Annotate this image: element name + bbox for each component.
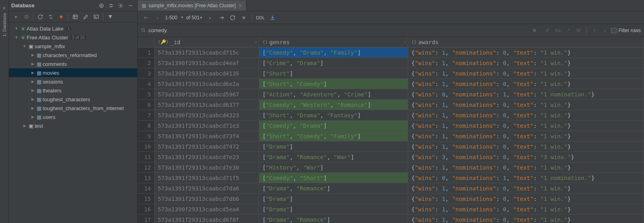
tree-item-characters-reformatted[interactable]: ▶▦characters_reformatted [9,51,137,59]
cell-awards[interactable]: {"wins": 1, "nominations": 0, "text": "1… [408,121,644,131]
duplicate-button[interactable]: ⧉ [21,12,31,22]
cell-id[interactable]: 573a1391f29313caabcd7e30 [155,162,259,173]
table-row[interactable]: 12573a1391f29313caabcd7e30["History", "W… [138,162,644,173]
tree-item-movies[interactable]: ▶▦movies [9,68,137,77]
rollback-icon[interactable]: ■ [239,13,249,23]
tree-item-test[interactable]: ▶▣test [9,121,137,130]
cell-awards[interactable]: {"wins": 1, "nominations": 0, "text": "1… [408,58,644,68]
expand-arrow-icon[interactable]: ▶ [30,97,35,101]
cell-id[interactable]: 573a1390f29313caabcd5ea4 [155,204,259,215]
stop-button[interactable]: ■ [56,12,66,22]
cell-awards[interactable]: {"wins": 1, "nominations": 0, "text": "1… [408,204,644,215]
cell-id[interactable]: 573a1391f29313caabcd73f4 [155,131,259,141]
clear-filter-icon[interactable]: ✕ [530,26,539,35]
cell-genres[interactable]: ["Short", "Comedy"] [259,79,408,89]
expand-arrow-icon[interactable]: ▼ [14,27,19,31]
tree-item-sample-mflix[interactable]: ▼▣sample_mflix [9,42,137,51]
table-row[interactable]: 10573a1391f29313caabcd7472["Drama"]{"win… [138,141,644,152]
cell-genres[interactable]: ["Drama", "Romance"] [259,183,408,194]
column-header-genres[interactable]: {}genres÷ [259,37,408,47]
expand-arrow-icon[interactable]: ▶ [30,115,35,119]
tree-item-toughest-characters[interactable]: ▶▦toughest_characters [9,95,137,104]
table-row[interactable]: 16573a1390f29313caabcd5ea4["Drama"]{"win… [138,204,644,215]
page-range[interactable]: 1-500 [163,15,179,20]
prev-match-icon[interactable]: ↑ [590,26,599,35]
cell-awards[interactable]: {"wins": 1, "nominations": 0, "text": "1… [408,215,644,223]
cell-awards[interactable]: {"wins": 1, "nominations": 0, "text": "1… [408,79,644,89]
cell-awards[interactable]: {"wins": 1, "nominations": 0, "text": "1… [408,141,644,152]
tab-movies[interactable]: ▦ sample_mflix.movies [Free Atlas Cluste… [138,0,246,11]
cell-genres[interactable]: ["Short", "Comedy", "Family"] [259,131,408,141]
target-icon[interactable] [97,1,106,10]
table-row[interactable]: 15573a1391f29313caabcd7db6["Drama"]{"win… [138,194,644,204]
filter-input[interactable] [149,27,528,33]
prev-page-icon[interactable]: ‹ [152,13,163,23]
match-case-toggle[interactable]: Aa [553,26,562,35]
table-row[interactable]: 6573a1390f29313caabcd6377["Comedy", "Wes… [138,100,644,110]
cell-id[interactable]: 573a1391f29313caabcd71e3 [155,121,259,131]
cell-id[interactable]: 573a1390f29313caabcd6377 [155,100,259,110]
cell-id[interactable]: 573a1391f29313caabcd6f8f [155,215,259,223]
expand-arrow-icon[interactable]: ▶ [30,88,35,92]
cell-id[interactable]: 573a1391f29313caabcd715c [155,47,259,58]
sync-schema-icon[interactable] [45,12,56,22]
cell-genres[interactable]: ["Short", "Drama", "Fantasy"] [259,110,408,121]
regex-toggle[interactable]: .* [564,26,573,35]
column-header-awards[interactable]: {}awards [408,37,644,47]
expand-arrow-icon[interactable]: ▼ [22,44,27,48]
cell-id[interactable]: 573a1391f29313caabcd7e23 [155,152,259,162]
table-row[interactable]: 5573a1390f29313caabcd5967["Action", "Adv… [138,89,644,100]
expand-arrow-icon[interactable]: ▶ [30,71,35,75]
edit-icon[interactable] [80,12,91,22]
cell-awards[interactable]: {"wins": 1, "nominations": 0, "text": "1… [408,131,644,141]
table-row[interactable]: 13573a1391f29313caabcd71f5["Comedy", "Sh… [138,173,644,183]
history-icon[interactable]: ↺ [543,26,552,35]
expand-arrow-icon[interactable]: ▶ [30,62,35,66]
cell-id[interactable]: 573a1390f29313caabcd5967 [155,89,259,100]
table-row[interactable]: 3573a1390f29313caabcd4135["Short"]{"wins… [138,68,644,79]
cell-genres[interactable]: ["Short"] [259,68,408,79]
cell-id[interactable]: 573a1391f29313caabcd7db6 [155,194,259,204]
tool-window-stripe[interactable]: ≡ 1: Database [0,0,9,223]
cell-genres[interactable]: ["Drama", "Romance"] [259,215,408,223]
cell-genres[interactable]: ["Comedy", "Drama", "Family"] [259,47,408,58]
chevron-down-icon[interactable]: ▼ [181,16,184,19]
table-row[interactable]: 2573a1390f29313caabcd4eaf["Crime", "Dram… [138,58,644,68]
tree-item-sessions[interactable]: ▶▦sessions [9,77,137,86]
cell-awards[interactable]: {"wins": 1, "nominations": 0, "text": "1… [408,100,644,110]
filter-icon[interactable] [105,12,116,22]
words-toggle[interactable]: W [574,26,583,35]
sort-handle-icon[interactable]: ÷ [255,40,257,44]
cell-id[interactable]: 573a1391f29313caabcd7472 [155,141,259,152]
ddl-button[interactable]: DDL [254,15,266,20]
collapse-all-icon[interactable] [107,1,116,10]
table-row[interactable]: 1573a1391f29313caabcd715c["Comedy", "Dra… [138,47,644,58]
cell-awards[interactable]: {"wins": 1, "nominations": 0, "text": "1… [408,162,644,173]
cell-id[interactable]: 573a1390f29313caabcd4323 [155,110,259,121]
cell-awards[interactable]: {"wins": 3, "nominations": 0, "text": "3… [408,152,644,162]
gear-icon[interactable] [116,1,125,10]
cell-genres[interactable]: ["Drama"] [259,141,408,152]
cell-id[interactable]: 573a1390f29313caabcd4eaf [155,58,259,68]
refresh-icon[interactable] [35,12,45,22]
cell-id[interactable]: 573a1391f29313caabcd71f5 [155,173,259,183]
cell-genres[interactable]: ["Drama"] [259,194,408,204]
reload-icon[interactable] [227,13,238,23]
table-row[interactable]: 14573a1391f29313caabcd7da6["Drama", "Rom… [138,183,644,194]
tree-item-atlas-data-lake[interactable]: ▼❦Atlas Data Lake1 [9,24,137,33]
next-match-icon[interactable]: ↓ [601,26,609,35]
cell-genres[interactable]: ["History", "War"] [259,162,408,173]
minimize-icon[interactable] [126,1,135,10]
cell-awards[interactable]: {"wins": 0, "nominations": 1, "text": "1… [408,173,644,183]
table-row[interactable]: 11573a1391f29313caabcd7e23["Drama", "Rom… [138,152,644,162]
export-icon[interactable] [267,13,278,23]
column-header-id[interactable]: {🔑}_id÷ [155,37,259,47]
cell-awards[interactable]: {"wins": 1, "nominations": 0, "text": "1… [408,68,644,79]
cell-awards[interactable]: {"wins": 1, "nominations": 0, "text": "1… [408,183,644,194]
tree-item-comments[interactable]: ▶▦comments [9,59,137,68]
cell-genres[interactable]: ["Drama", "Romance", "War"] [259,152,408,162]
cell-id[interactable]: 573a1391f29313caabcd7da6 [155,183,259,194]
cell-genres[interactable]: ["Comedy", "Drama"] [259,121,408,131]
tree-item-toughest-characters-from-internet[interactable]: ▶▦toughest_characters_from_internet [9,104,137,113]
expand-arrow-icon[interactable]: ▶ [30,53,35,57]
